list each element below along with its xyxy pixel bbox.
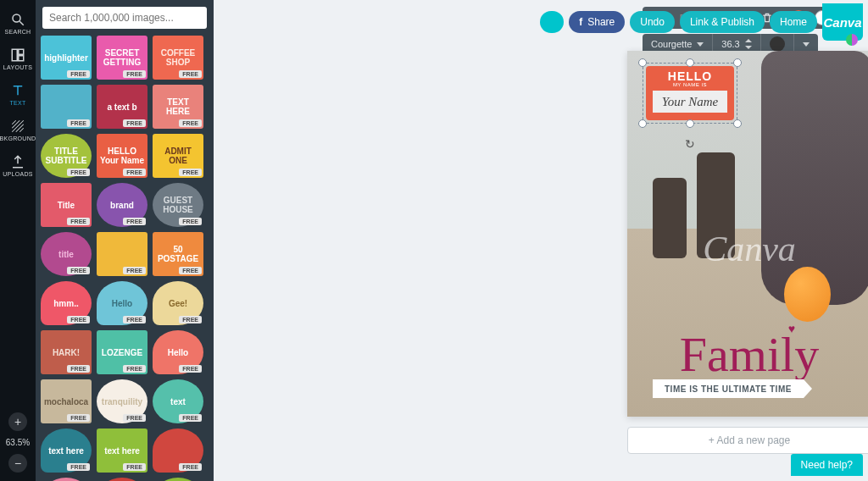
free-badge: FREE [123, 169, 146, 176]
resize-handle[interactable] [686, 119, 694, 128]
template-item[interactable]: brandFREE [97, 183, 147, 227]
free-badge: FREE [123, 365, 146, 373]
rail-label: SEARCH [5, 29, 31, 35]
template-item[interactable]: Gee!FREE [153, 281, 203, 325]
share-label: Share [587, 16, 615, 28]
headline-value: Family [680, 327, 819, 382]
design-page[interactable]: Canva Family♥ TIME IS THE ULTIMATE TIME … [627, 51, 868, 417]
template-item[interactable]: textFREE [153, 379, 203, 423]
template-item[interactable]: HELLO Your NameFREE [97, 134, 147, 178]
template-item[interactable]: a text bFREE [97, 85, 147, 129]
template-item[interactable]: 50 POSTAGEFREE [153, 232, 203, 276]
template-item[interactable]: text hereFREE [41, 428, 92, 473]
template-item[interactable]: tranquilityFREE [97, 379, 147, 423]
template-item[interactable]: mochalocaFREE [41, 379, 92, 423]
template-item[interactable]: HelloFREE [153, 330, 203, 374]
free-badge: FREE [67, 365, 90, 373]
add-page-button[interactable]: + Add a new page [627, 427, 868, 454]
rail-text[interactable]: TEXT [0, 76, 36, 112]
search-icon [10, 12, 25, 27]
template-item[interactable]: text hereFREE [97, 428, 147, 473]
rail-search[interactable]: SEARCH [0, 5, 36, 41]
selected-element[interactable]: HELLO MY NAME IS Your Name ↻ [643, 63, 737, 124]
svg-rect-4 [19, 55, 24, 60]
template-item[interactable]: titleFREE [41, 232, 92, 276]
selection-outline [643, 63, 737, 124]
free-badge: FREE [67, 169, 90, 176]
template-item[interactable]: FREE [153, 428, 203, 473]
rail-background[interactable]: BKGROUND [0, 112, 36, 147]
free-badge: FREE [67, 218, 90, 225]
rail-uploads[interactable]: UPLOADS [0, 147, 36, 183]
free-badge: FREE [123, 316, 146, 323]
free-badge: FREE [179, 316, 202, 323]
zoom-level: 63.5% [6, 438, 30, 447]
photo-balloon [784, 267, 831, 322]
undo-button[interactable]: Undo [630, 11, 675, 33]
resize-handle[interactable] [638, 58, 647, 67]
template-item[interactable]: GUEST HOUSEFREE [153, 183, 203, 227]
free-badge: FREE [67, 316, 90, 323]
template-item[interactable]: FREE [153, 478, 203, 481]
template-item[interactable]: TITLE SUBTITLEFREE [41, 134, 92, 178]
template-item[interactable]: TEXT HEREFREE [153, 85, 203, 129]
svg-rect-3 [19, 49, 24, 54]
headline-text[interactable]: Family♥ [680, 326, 819, 383]
background-icon [10, 119, 25, 134]
template-item[interactable]: COFFEE SHOPFREE [153, 36, 203, 80]
chevron-down-icon [697, 42, 704, 47]
top-bar: fShare Undo Link & Publish Home Canva [540, 3, 863, 41]
free-badge: FREE [67, 70, 90, 78]
free-badge: FREE [123, 463, 146, 471]
templates-scroll[interactable]: highlighterFREESECRET GETTINGFREECOFFEE … [36, 36, 214, 481]
free-badge: FREE [67, 414, 90, 422]
free-badge: FREE [123, 70, 146, 78]
watermark-text: Canva [703, 229, 796, 269]
facebook-share-button[interactable]: fShare [569, 11, 625, 33]
template-item[interactable]: FREE [41, 85, 92, 129]
resize-handle[interactable] [638, 119, 647, 128]
heart-icon: ♥ [788, 323, 795, 336]
left-rail: SEARCH LAYOUTS TEXT BKGROUND UPLOADS + 6… [0, 0, 36, 481]
template-item[interactable]: hmm..FREE [41, 281, 92, 325]
rail-label: TEXT [9, 100, 25, 106]
help-button[interactable]: Need help? [791, 454, 863, 476]
template-item[interactable]: FREE [97, 478, 147, 481]
zoom-out-button[interactable]: − [8, 454, 27, 473]
template-item[interactable]: ADMIT ONEFREE [153, 134, 203, 178]
free-badge: FREE [179, 267, 202, 274]
free-badge: FREE [179, 70, 202, 78]
rail-layouts[interactable]: LAYOUTS [0, 41, 36, 76]
free-badge: FREE [179, 119, 202, 127]
home-button[interactable]: Home [770, 11, 817, 33]
zoom-in-button[interactable]: + [8, 412, 27, 431]
free-badge: FREE [179, 169, 202, 176]
template-item[interactable]: FREE [97, 232, 147, 276]
rail-label: LAYOUTS [3, 64, 32, 70]
chevron-down-icon[interactable] [803, 42, 810, 47]
free-badge: FREE [67, 463, 90, 471]
svg-rect-2 [12, 49, 17, 61]
rail-label: UPLOADS [3, 171, 33, 177]
template-item[interactable]: SECRET GETTINGFREE [97, 36, 147, 80]
resize-handle[interactable] [733, 119, 742, 128]
template-item[interactable]: LOZENGEFREE [97, 330, 147, 374]
resize-handle[interactable] [686, 58, 694, 67]
share-bubble-button[interactable] [540, 11, 564, 33]
resize-handle[interactable] [733, 58, 742, 67]
free-badge: FREE [179, 365, 202, 373]
free-badge: FREE [67, 267, 90, 274]
search-input[interactable] [42, 7, 207, 29]
free-badge: FREE [67, 119, 90, 127]
template-item[interactable]: HelloFREE [97, 281, 147, 325]
template-item[interactable]: TitleFREE [41, 183, 92, 227]
ribbon-text[interactable]: TIME IS THE ULTIMATE TIME [653, 379, 804, 398]
template-item[interactable]: hello!FREE [41, 478, 92, 481]
template-item[interactable]: highlighterFREE [41, 36, 92, 80]
link-publish-button[interactable]: Link & Publish [680, 11, 765, 33]
free-badge: FREE [179, 463, 202, 471]
template-item[interactable]: HARK!FREE [41, 330, 92, 374]
brand-logo[interactable]: Canva [822, 3, 863, 41]
rotate-handle[interactable]: ↻ [685, 137, 695, 151]
templates-panel: highlighterFREESECRET GETTINGFREECOFFEE … [36, 0, 214, 481]
